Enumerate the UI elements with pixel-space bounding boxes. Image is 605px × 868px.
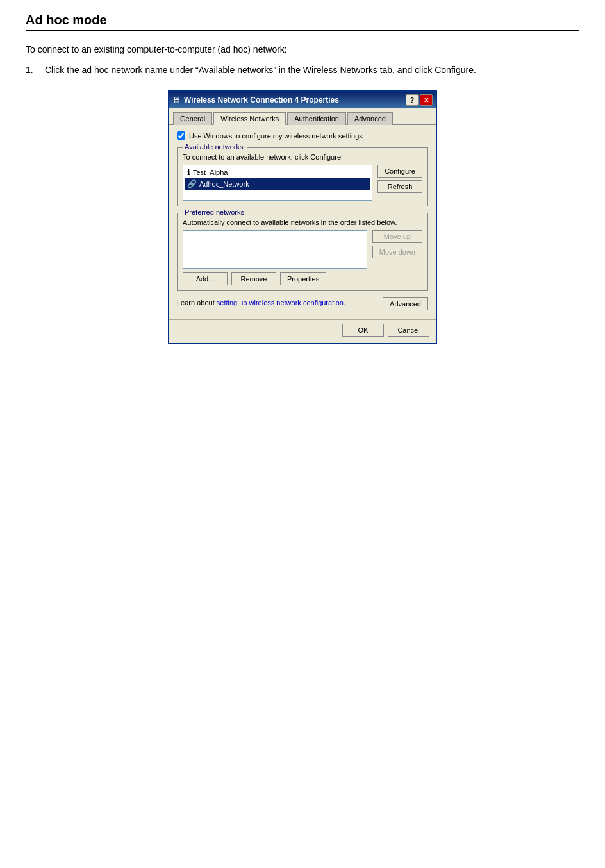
- preferred-list: [183, 230, 367, 269]
- close-button[interactable]: ✕: [420, 94, 433, 106]
- learn-link-anchor[interactable]: setting up wireless network configuratio…: [217, 299, 345, 306]
- step-text: Click the ad hoc network name under “Ava…: [45, 65, 476, 75]
- network-name-test-alpha: Test_Alpha: [193, 169, 228, 176]
- step-1: 1. Click the ad hoc network name under “…: [26, 65, 579, 75]
- ok-cancel-row: OK Cancel: [169, 319, 436, 343]
- preferred-networks-label: Preferred networks:: [183, 208, 248, 216]
- available-networks-group: Available networks: To connect to an ava…: [177, 147, 428, 206]
- networks-and-buttons: ℹ Test_Alpha 🔗 Adhoc_Network Configure R…: [183, 165, 422, 201]
- move-up-button[interactable]: Move up: [372, 230, 422, 243]
- tab-authentication[interactable]: Authentication: [287, 112, 346, 125]
- cancel-button[interactable]: Cancel: [388, 324, 429, 337]
- learn-text: Learn about: [177, 299, 217, 306]
- tabs-row: General Wireless Networks Authentication…: [169, 108, 436, 125]
- intro-text: To connect to an existing computer-to-co…: [26, 44, 579, 54]
- remove-button[interactable]: Remove: [231, 272, 276, 285]
- use-windows-checkbox-row: Use Windows to configure my wireless net…: [177, 131, 428, 140]
- properties-button[interactable]: Properties: [280, 272, 326, 285]
- preferred-networks-and-buttons: Move up Move down: [183, 230, 422, 269]
- help-button[interactable]: ?: [406, 94, 419, 106]
- available-networks-desc: To connect to an available network, clic…: [183, 153, 422, 161]
- use-windows-label: Use Windows to configure my wireless net…: [189, 132, 363, 140]
- ok-button[interactable]: OK: [342, 324, 384, 337]
- network-name-adhoc: Adhoc_Network: [199, 180, 249, 188]
- network-item-test-alpha[interactable]: ℹ Test_Alpha: [185, 167, 370, 178]
- network-item-adhoc[interactable]: 🔗 Adhoc_Network: [185, 178, 370, 190]
- use-windows-checkbox[interactable]: [177, 131, 185, 140]
- dialog-title-text: Wireless Network Connection 4 Properties: [184, 96, 339, 104]
- tab-content: Use Windows to configure my wireless net…: [169, 125, 436, 319]
- available-side-buttons: Configure Refresh: [377, 165, 422, 193]
- learn-link: Learn about setting up wireless network …: [177, 299, 345, 306]
- page-title: Ad hoc mode: [26, 13, 579, 31]
- preferred-side-buttons: Move up Move down: [372, 230, 422, 258]
- add-button[interactable]: Add...: [183, 272, 228, 285]
- dialog: 🖥 Wireless Network Connection 4 Properti…: [168, 90, 437, 344]
- dialog-titlebar: 🖥 Wireless Network Connection 4 Properti…: [169, 92, 436, 108]
- learn-advanced-row: Learn about setting up wireless network …: [177, 297, 428, 310]
- dialog-title-icon: 🖥: [172, 95, 181, 105]
- preferred-bottom-buttons: Add... Remove Properties: [183, 272, 422, 285]
- move-down-button[interactable]: Move down: [372, 246, 422, 258]
- step-number: 1.: [26, 65, 38, 75]
- preferred-networks-group: Preferred networks: Automatically connec…: [177, 213, 428, 291]
- dialog-title-left: 🖥 Wireless Network Connection 4 Properti…: [172, 95, 339, 105]
- tab-general[interactable]: General: [173, 112, 212, 125]
- network-list: ℹ Test_Alpha 🔗 Adhoc_Network: [183, 165, 372, 201]
- dialog-title-buttons: ? ✕: [406, 94, 433, 106]
- advanced-button[interactable]: Advanced: [383, 297, 428, 310]
- tab-advanced[interactable]: Advanced: [347, 112, 393, 125]
- network-icon-adhoc: 🔗: [187, 179, 197, 188]
- dialog-wrapper: 🖥 Wireless Network Connection 4 Properti…: [168, 90, 437, 344]
- preferred-networks-desc: Automatically connect to available netwo…: [183, 219, 422, 226]
- refresh-button[interactable]: Refresh: [377, 180, 422, 193]
- available-networks-label: Available networks:: [183, 143, 247, 151]
- network-icon-test-alpha: ℹ: [187, 168, 190, 177]
- configure-button[interactable]: Configure: [377, 165, 422, 178]
- tab-wireless-networks[interactable]: Wireless Networks: [213, 112, 286, 125]
